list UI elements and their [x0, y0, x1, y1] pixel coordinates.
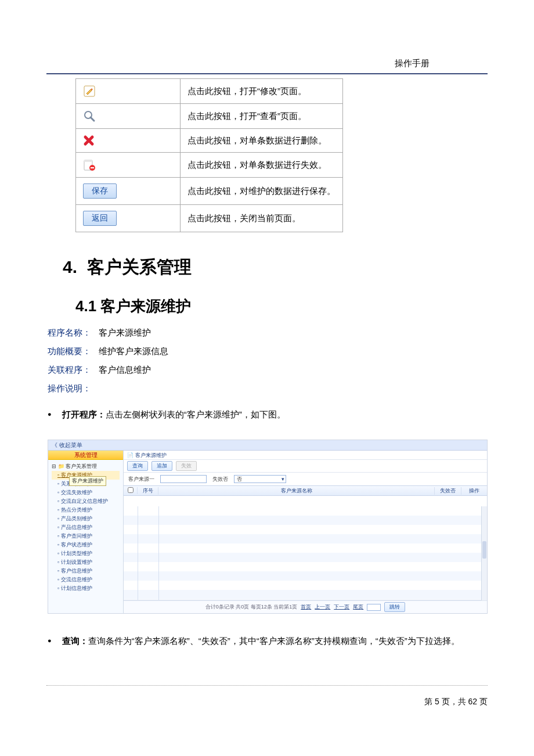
header-rule [46, 73, 488, 74]
table-row: 点击此按钮，打开“修改”页面。 [76, 79, 343, 104]
col-invalid: 失效否 [435, 487, 461, 495]
table-row: 返回 点击此按钮，关闭当前页面。 [76, 205, 343, 232]
tree-item[interactable]: ▫ 计划设置维护 [52, 558, 120, 567]
invalidate-button[interactable]: 失效 [176, 461, 197, 471]
grid-header: 序号 客户来源名称 失效否 操作 [124, 485, 487, 496]
instructions-label: 操作说明： [48, 383, 91, 393]
svg-rect-6 [91, 167, 94, 168]
grid-body [124, 506, 481, 600]
filter-name-input[interactable] [160, 475, 207, 483]
col-seq: 序号 [138, 487, 158, 495]
tree-item[interactable]: ▫ 产品信息维护 [52, 523, 120, 532]
section-heading-4-1: 4.1 客户来源维护 [75, 296, 191, 316]
icon-desc: 点击此按钮，打开“查看”页面。 [181, 104, 343, 129]
tree-tooltip: 客户来源维护 [69, 476, 106, 486]
table-row: 点击此按钮，打开“查看”页面。 [76, 104, 343, 129]
tree-root[interactable]: ⊟ 📁 客户关系管理 [52, 462, 120, 471]
tree-item[interactable]: ▫ 交流信息维护 [52, 575, 120, 584]
pager: 合计0条记录 共0页 每页12条 当前第1页 首页 上一页 下一页 尾页 跳转 [124, 600, 487, 613]
summary-label: 功能概要： [48, 346, 91, 356]
bullet-query: 查询：查询条件为“客户来源名称”、“失效否”，其中“客户来源名称”支持模糊查询，… [48, 633, 488, 650]
summary-value: 维护客户来源信息 [99, 346, 168, 356]
filter-invalid-label: 失效否 [212, 476, 228, 483]
embedded-screenshot: 《 收起菜单 系统管理 ⊟ 📁 客户关系管理 ▫ 客户来源维护 ▫ 关系划分维护… [48, 440, 488, 614]
bullet-open-program: 打开程序：点击左侧树状列表的“客户来源维护”，如下图。 [48, 406, 488, 423]
save-button[interactable]: 保存 [83, 183, 117, 199]
add-button[interactable]: 追加 [151, 461, 172, 471]
pager-last[interactable]: 尾页 [353, 603, 363, 611]
edit-icon [83, 85, 173, 98]
page-footer: 第 5 页，共 62 页 [424, 697, 488, 707]
scrollbar[interactable] [481, 506, 487, 600]
pager-prev[interactable]: 上一页 [315, 603, 330, 611]
invalid-icon [83, 159, 173, 171]
tree-item[interactable]: ▫ 客户状态维护 [52, 541, 120, 549]
program-name-value: 客户来源维护 [99, 327, 151, 337]
table-row: 点击此按钮，对单条数据进行失效。 [76, 153, 343, 178]
view-icon [83, 110, 173, 123]
chevron-down-icon: ▾ [282, 476, 284, 482]
tree-item[interactable]: ▫ 交流自定义信息维护 [52, 497, 120, 506]
sidebar-title: 系统管理 [48, 451, 123, 460]
svg-line-2 [91, 117, 94, 121]
col-name: 客户来源名称 [158, 487, 435, 495]
related-value: 客户信息维护 [99, 365, 151, 375]
doc-title: 操作手册 [395, 58, 430, 69]
tree-item[interactable]: ▫ 客户信息维护 [52, 567, 120, 575]
program-name-label: 程序名称： [48, 327, 91, 337]
related-label: 关联程序： [48, 365, 91, 375]
col-op: 操作 [461, 487, 487, 495]
breadcrumb-icon: 📄 [127, 452, 134, 458]
delete-icon [83, 135, 173, 146]
table-row: 保存 点击此按钮，对维护的数据进行保存。 [76, 178, 343, 205]
tree-item[interactable]: ▫ 客户查问维护 [52, 532, 120, 541]
table-row: 点击此按钮，对单条数据进行删除。 [76, 129, 343, 153]
pager-page-input[interactable] [367, 604, 381, 611]
back-button[interactable]: 返回 [83, 211, 117, 226]
tree-item[interactable]: ▫ 产品类别维护 [52, 514, 120, 523]
icon-desc: 点击此按钮，对单条数据进行删除。 [181, 129, 343, 153]
svg-rect-4 [84, 160, 92, 162]
section-heading-4: 4. 客户关系管理 [63, 255, 192, 279]
pager-first[interactable]: 首页 [301, 603, 311, 611]
tree-item[interactable]: ▫ 计划信息维护 [52, 584, 120, 593]
icon-desc: 点击此按钮，对单条数据进行失效。 [181, 153, 343, 178]
tree-item[interactable]: ▫ 热点分类维护 [52, 506, 120, 514]
pager-next[interactable]: 下一页 [334, 603, 349, 611]
icon-desc: 点击此按钮，对维护的数据进行保存。 [181, 178, 343, 205]
menu-toggle[interactable]: 《 收起菜单 [48, 440, 124, 450]
tree-item[interactable]: ▫ 计划类型维护 [52, 549, 120, 558]
tree-item[interactable]: ▫ 交流失效维护 [52, 488, 120, 497]
sidebar: 系统管理 ⊟ 📁 客户关系管理 ▫ 客户来源维护 ▫ 关系划分维护 ▫ 交流失效… [48, 451, 124, 613]
pager-jump-button[interactable]: 跳转 [384, 602, 405, 612]
breadcrumb: 📄 客户来源维护 [124, 451, 487, 460]
select-all-checkbox[interactable] [128, 487, 134, 493]
footer-rule [46, 685, 488, 686]
filter-name-label: 客户来源一 [128, 476, 154, 483]
pager-summary: 合计0条记录 共0页 每页12条 当前第1页 [205, 603, 298, 611]
query-button[interactable]: 查询 [127, 461, 148, 471]
icon-desc: 点击此按钮，关闭当前页面。 [181, 205, 343, 232]
filter-invalid-select[interactable]: 否 ▾ [234, 475, 286, 483]
icon-desc: 点击此按钮，打开“修改”页面。 [181, 79, 343, 104]
icon-description-table: 点击此按钮，打开“修改”页面。 点击此按钮，打开“查看”页面。 点击此按钮，对单… [75, 78, 343, 232]
